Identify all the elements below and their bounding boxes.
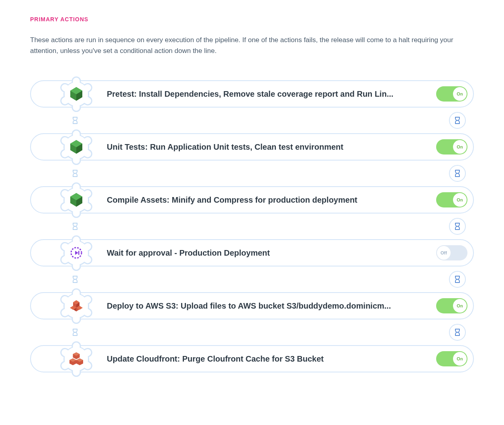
action-gear-badge [57,287,96,325]
pipeline-connector [30,108,474,133]
nodejs-icon [69,86,83,102]
hourglass-badge-icon[interactable] [449,165,466,182]
pipeline-action-row[interactable]: Deploy to AWS S3: Upload files to AWS bu… [30,292,474,319]
pipeline-connector [30,161,474,186]
nodejs-icon [69,192,83,207]
toggle-state-label: On [453,352,467,366]
pipeline-connector [30,266,474,292]
pipeline-connector [30,214,474,239]
toggle-state-label: On [453,299,467,313]
nodejs-icon [69,139,83,155]
toggle-state-label: Off [437,246,451,260]
action-toggle[interactable]: On [436,192,467,207]
hourglass-icon [66,218,84,235]
pipeline-action-row[interactable]: Compile Assets: Minify and Compress for … [30,186,474,214]
action-title: Wait for approval - Production Deploymen… [107,248,436,258]
action-gear-badge [57,181,96,219]
action-toggle[interactable]: On [436,86,467,102]
pipeline-action-row[interactable]: Unit Tests: Run Application Unit tests, … [30,133,474,161]
section-heading: PRIMARY ACTIONS [30,16,474,22]
action-toggle[interactable]: On [436,139,467,155]
hourglass-icon [66,323,84,341]
pipeline-action-row[interactable]: Update Cloudfront: Purge Cloufront Cache… [30,345,474,372]
hourglass-icon [66,165,84,182]
hourglass-icon [66,270,84,288]
action-title: Deploy to AWS S3: Upload files to AWS bu… [107,301,436,311]
action-gear-badge [57,234,96,272]
wait-approval-icon [70,247,82,259]
aws-cloudfront-icon [69,352,83,366]
pipeline-action-row[interactable]: Pretest: Install Dependencies, Remove st… [30,80,474,108]
hourglass-badge-icon[interactable] [449,324,466,341]
toggle-state-label: On [453,140,467,154]
action-toggle[interactable]: Off [436,245,467,260]
section-description: These actions are run in sequence on eve… [30,35,472,56]
toggle-state-label: On [453,87,467,101]
aws-s3-icon [69,299,83,313]
action-gear-badge [57,75,96,113]
action-gear-badge [57,340,96,378]
hourglass-badge-icon[interactable] [449,218,466,235]
action-toggle[interactable]: On [436,298,467,313]
hourglass-badge-icon[interactable] [449,112,466,129]
pipeline-action-row[interactable]: Wait for approval - Production Deploymen… [30,239,474,266]
hourglass-icon [66,112,84,129]
action-title: Pretest: Install Dependencies, Remove st… [107,89,436,99]
action-toggle[interactable]: On [436,351,467,366]
action-title: Update Cloudfront: Purge Cloufront Cache… [107,354,436,364]
action-gear-badge [57,128,96,166]
pipeline-actions-list: Pretest: Install Dependencies, Remove st… [30,80,474,372]
action-title: Compile Assets: Minify and Compress for … [107,195,436,205]
toggle-state-label: On [453,193,467,207]
hourglass-badge-icon[interactable] [449,271,466,288]
pipeline-connector [30,319,474,345]
action-title: Unit Tests: Run Application Unit tests, … [107,142,436,152]
